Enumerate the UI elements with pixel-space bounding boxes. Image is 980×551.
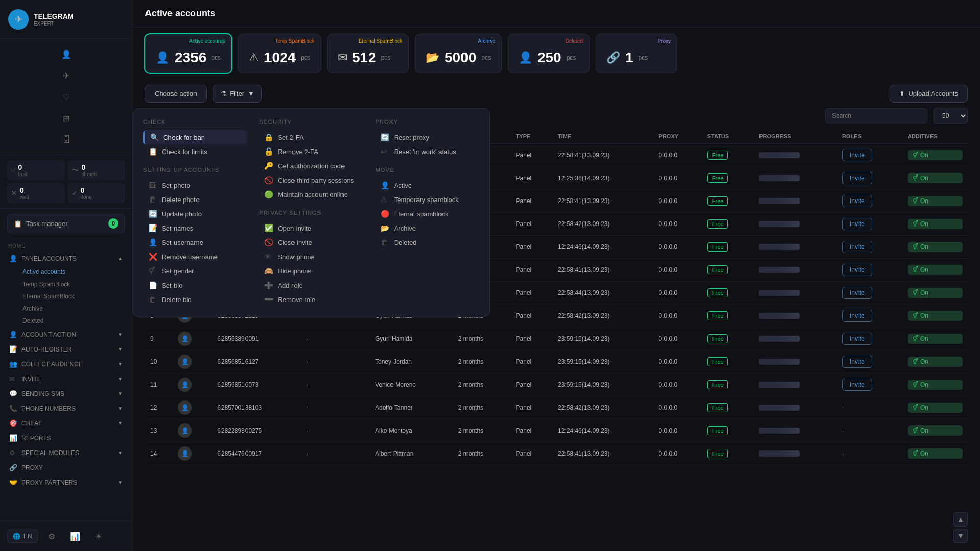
sidebar-item-reports[interactable]: 📊 REPORTS xyxy=(4,431,128,445)
chevron-down-icon-5: ▼ xyxy=(118,391,123,396)
dd-item-delete-bio[interactable]: 🗑 Delete bio xyxy=(143,292,247,307)
sidebar-item-archive[interactable]: Archive xyxy=(17,303,128,315)
delete-photo-icon: 🗑 xyxy=(149,195,158,204)
table-row: 12 👤 6285700138103 - Adolfo Tanner 2 mon… xyxy=(145,396,968,419)
scroll-up-button[interactable]: ▲ xyxy=(953,512,968,527)
sidebar-item-account-action[interactable]: 👤 ACCOUNT ACTION ▼ xyxy=(4,327,128,342)
sidebar-item-proxy[interactable]: 🔗 PROXY xyxy=(4,460,128,475)
database-icon[interactable]: 🗄 xyxy=(57,130,76,149)
sidebar-item-sending-sms[interactable]: 💬 SENDING SMS ▼ xyxy=(4,386,128,401)
stat-card-archive[interactable]: Archive 📂 5000 pcs xyxy=(415,34,502,73)
dd-item-remove-username[interactable]: ❌ Remove username xyxy=(143,249,247,264)
invite-button[interactable]: Invite xyxy=(842,333,872,345)
gender-icon: ⚥ xyxy=(913,427,918,434)
settings-icon[interactable]: ⚙ xyxy=(42,527,61,546)
sidebar-item-collect-audience[interactable]: 👥 COLLECT AUDIENCE ▼ xyxy=(4,357,128,371)
invite-button[interactable]: Invite xyxy=(842,379,872,391)
sidebar-item-panel-accounts[interactable]: 👤 PANEL ACCOUNTS ▲ xyxy=(4,251,128,266)
dd-item-move-archive[interactable]: 📂 Archive xyxy=(376,221,479,235)
gender-icon: ⚥ xyxy=(913,404,918,411)
sidebar-item-proxy-partners[interactable]: 🤝 PROXY PARTNERS ▼ xyxy=(4,475,128,490)
invite-button[interactable]: Invite xyxy=(842,264,872,276)
status-badge: Free xyxy=(707,403,728,412)
upload-accounts-button[interactable]: ⬆ Upload Accounts xyxy=(890,85,968,103)
choose-action-button[interactable]: Choose action xyxy=(145,85,207,103)
update-photo-label: Update photo xyxy=(162,210,202,218)
dd-item-get-auth-code[interactable]: 🔑 Get authorization code xyxy=(259,159,363,173)
gender-icon: ⚥ xyxy=(913,450,918,457)
stat-card-eternal-spamblock[interactable]: Eternal SpamBlock ✉ 512 pcs xyxy=(327,34,409,73)
dd-item-remove-role[interactable]: ➖ Remove role xyxy=(259,292,363,307)
dd-item-set-username[interactable]: 👤 Set username xyxy=(143,235,247,249)
sidebar-item-auto-register[interactable]: 📝 AUTO-REGISTER ▼ xyxy=(4,342,128,357)
grid-icon[interactable]: ⊞ xyxy=(57,109,76,128)
per-page-select[interactable]: 50 100 200 xyxy=(934,108,968,124)
stats-icon[interactable]: 📊 xyxy=(65,527,85,546)
dd-item-set-names[interactable]: 📝 Set names xyxy=(143,221,247,235)
stat-card-proxy[interactable]: Proxy 🔗 1 pcs xyxy=(596,34,677,73)
cell-username: - xyxy=(301,396,370,419)
active-accounts-label: Active accounts xyxy=(22,268,65,276)
invite-button[interactable]: Invite xyxy=(842,241,872,253)
invite-button[interactable]: Invite xyxy=(842,356,872,368)
dd-item-move-eternal-spam[interactable]: 🔴 Eternal spamblock xyxy=(376,207,479,221)
dd-item-update-photo[interactable]: 🔄 Update photo xyxy=(143,207,247,221)
logo: ✈ TELEGRAM EXPERT xyxy=(0,0,132,39)
cell-progress xyxy=(754,442,837,465)
dd-item-hide-phone[interactable]: 🙈 Hide phone xyxy=(259,264,363,278)
dd-item-move-active[interactable]: 👤 Active xyxy=(376,178,479,192)
dd-item-add-role[interactable]: ➕ Add role xyxy=(259,278,363,292)
dd-item-check-limits[interactable]: 📋 Check for limits xyxy=(143,144,247,159)
cell-type: Panel xyxy=(511,190,553,213)
dd-item-reset-proxy[interactable]: 🔄 Reset proxy xyxy=(376,130,479,144)
stat-card-temp-spamblock[interactable]: Temp SpamBlock ⚠ 1024 pcs xyxy=(238,34,321,73)
chevron-down-icon-4: ▼ xyxy=(118,376,123,382)
sidebar-item-active-accounts[interactable]: Active accounts xyxy=(17,266,128,278)
scroll-down-button[interactable]: ▼ xyxy=(953,529,968,543)
invite-button[interactable]: Invite xyxy=(842,149,872,161)
search-input[interactable] xyxy=(825,108,927,123)
heart-icon[interactable]: ♡ xyxy=(57,87,76,107)
cell-progress xyxy=(754,305,837,328)
dd-item-set-photo[interactable]: 🖼 Set photo xyxy=(143,178,247,192)
dd-item-check-ban[interactable]: 🔍 Check for ban xyxy=(143,130,247,144)
dd-item-move-temp-spam[interactable]: ⚠ Temporary spamblock xyxy=(376,192,479,207)
dd-item-maintain-online[interactable]: 🟢 Maintain account online xyxy=(259,187,363,202)
table-row: 9 👤 628563890091 - Gyuri Hamida 2 months… xyxy=(145,328,968,350)
sidebar-item-eternal-spamblock[interactable]: Eternal SpamBlock xyxy=(17,290,128,303)
sidebar-item-cheat[interactable]: 🎯 CHEAT ▼ xyxy=(4,416,128,431)
sidebar-item-invite[interactable]: ✉ INVITE ▼ xyxy=(4,371,128,386)
dd-item-set-2fa[interactable]: 🔒 Set 2-FA xyxy=(259,130,363,144)
dd-item-reset-in-work[interactable]: ↩ Reset 'in work' status xyxy=(376,144,479,159)
sidebar-item-phone-numbers[interactable]: 📞 PHONE NUMBERS ▼ xyxy=(4,401,128,416)
filter-button[interactable]: ⚗ Filter ▼ xyxy=(213,85,262,103)
dd-item-close-invite[interactable]: 🚫 Close invite xyxy=(259,235,363,249)
dd-item-show-phone[interactable]: 👁 Show phone xyxy=(259,249,363,264)
stat-card-deleted[interactable]: Deleted 👤 250 pcs xyxy=(508,34,590,73)
logo-icon: ✈ xyxy=(8,9,29,30)
dd-item-move-deleted[interactable]: 🗑 Deleted xyxy=(376,235,479,249)
dd-item-delete-photo[interactable]: 🗑 Delete photo xyxy=(143,192,247,207)
language-button[interactable]: 🌐 EN xyxy=(7,530,38,543)
dd-item-set-bio[interactable]: 📄 Set bio xyxy=(143,278,247,292)
dd-item-close-third-party[interactable]: 🚫 Close third party sessions xyxy=(259,173,363,187)
send-icon[interactable]: ✈ xyxy=(57,66,76,85)
invite-button[interactable]: Invite xyxy=(842,287,872,299)
dd-title-security: SECURITY xyxy=(259,119,363,125)
progress-bar xyxy=(759,336,800,342)
sidebar-item-deleted[interactable]: Deleted xyxy=(17,315,128,327)
sidebar-item-temp-spamblock[interactable]: Temp SpamBlock xyxy=(17,278,128,290)
task-manager-button[interactable]: 📋 Task manager 0 xyxy=(7,214,125,233)
user-icon[interactable]: 👤 xyxy=(57,44,76,64)
invite-button[interactable]: Invite xyxy=(842,172,872,184)
invite-button[interactable]: Invite xyxy=(842,310,872,322)
cell-progress xyxy=(754,236,837,259)
stat-card-active-accounts[interactable]: Active accounts 👤 2356 pcs xyxy=(145,34,232,73)
dd-item-remove-2fa[interactable]: 🔓 Remove 2-FA xyxy=(259,144,363,159)
invite-button[interactable]: Invite xyxy=(842,195,872,207)
sidebar-item-special-modules[interactable]: ⚙ SPECIAL MODULES ▼ xyxy=(4,445,128,460)
invite-button[interactable]: Invite xyxy=(842,218,872,230)
dd-item-set-gender[interactable]: ⚥ Set gender xyxy=(143,264,247,278)
dd-item-open-invite[interactable]: ✅ Open invite xyxy=(259,221,363,235)
sun-icon[interactable]: ☀ xyxy=(89,527,108,546)
